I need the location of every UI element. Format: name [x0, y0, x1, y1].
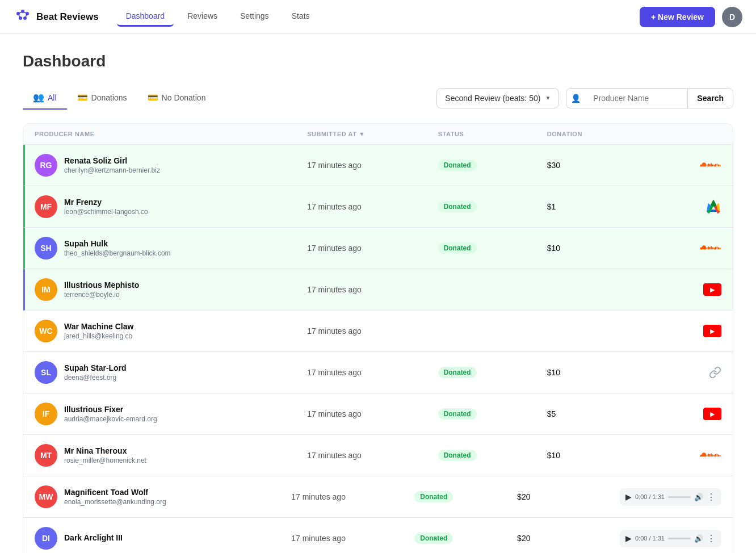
- table-row[interactable]: WC War Machine Claw jared_hills@keeling.…: [23, 311, 733, 352]
- table-row[interactable]: MT Mr Nina Theroux rosie_miller@homenick…: [23, 435, 733, 476]
- app-logo-icon: [14, 8, 32, 26]
- svg-rect-12: [711, 164, 712, 167]
- icon-cell: ▶ 0:00 / 1:31 🔊 ⋮: [620, 530, 721, 547]
- status-badge: Donated: [438, 408, 477, 420]
- submitted-time: 17 minutes ago: [307, 451, 438, 460]
- search-people-icon: 👤: [566, 89, 585, 108]
- play-button[interactable]: ▶: [625, 534, 632, 543]
- progress-bar[interactable]: [668, 538, 691, 539]
- nav-stats[interactable]: Stats: [283, 7, 319, 27]
- th-producer-name: PRODUCER NAME: [35, 131, 307, 137]
- search-button[interactable]: Search: [687, 89, 733, 108]
- table-body: RG Renata Soliz Girl cherilyn@kertzmann-…: [23, 145, 733, 553]
- svg-rect-32: [711, 454, 712, 457]
- status-cell: Donated: [414, 533, 517, 544]
- producer-email: terrence@boyle.io: [64, 291, 139, 299]
- status-badge: Donated: [438, 160, 477, 171]
- producer-name: Mr Nina Theroux: [64, 446, 146, 455]
- producer-cell: SL Supah Star-Lord deena@feest.org: [35, 361, 307, 384]
- table-row[interactable]: SH Supah Hulk theo_shields@bergnaum-blic…: [23, 228, 733, 269]
- producer-avatar: MF: [35, 195, 57, 218]
- producer-name-search[interactable]: [585, 89, 687, 108]
- svg-rect-18: [720, 165, 721, 166]
- navbar: Beat Reviews Dashboard Reviews Settings …: [0, 0, 756, 34]
- soundcloud-icon: [656, 243, 721, 253]
- svg-rect-17: [718, 164, 719, 166]
- logo-wrap: Beat Reviews: [14, 8, 99, 26]
- status-badge: Donated: [414, 533, 453, 544]
- volume-icon[interactable]: 🔊: [694, 493, 703, 501]
- producer-cell: MW Magnificent Toad Wolf enola_morissett…: [35, 485, 291, 508]
- producer-cell: IM Illustrious Mephisto terrence@boyle.i…: [35, 278, 307, 301]
- svg-rect-38: [720, 455, 721, 456]
- gdrive-icon: [656, 199, 721, 215]
- time-display: 0:00 / 1:31: [635, 493, 665, 500]
- nav-dashboard[interactable]: Dashboard: [117, 7, 174, 27]
- yt-logo: [703, 283, 721, 296]
- nav-settings[interactable]: Settings: [231, 7, 278, 27]
- th-donation: DONATION: [547, 131, 656, 137]
- filter-tab-no-donation[interactable]: 💳 No Donation: [137, 86, 216, 110]
- nav-reviews[interactable]: Reviews: [178, 7, 226, 27]
- user-avatar[interactable]: D: [722, 7, 742, 27]
- new-review-button[interactable]: + New Review: [640, 7, 715, 27]
- producer-info: Illustrious Mephisto terrence@boyle.io: [64, 280, 139, 299]
- link-icon: [656, 366, 721, 379]
- donation-amount: $10: [547, 368, 656, 377]
- donation-amount: $20: [517, 534, 620, 543]
- status-badge: Donated: [438, 242, 477, 254]
- table-row[interactable]: SL Supah Star-Lord deena@feest.org 17 mi…: [23, 352, 733, 393]
- more-options-icon[interactable]: ⋮: [707, 492, 716, 502]
- producer-info: Supah Star-Lord deena@feest.org: [64, 363, 127, 382]
- table-row[interactable]: IM Illustrious Mephisto terrence@boyle.i…: [23, 269, 733, 311]
- more-options-icon[interactable]: ⋮: [707, 533, 716, 544]
- producer-info: War Machine Claw jared_hills@keeling.co: [64, 322, 133, 340]
- producer-avatar: SH: [35, 237, 57, 259]
- status-badge: Donated: [438, 367, 477, 378]
- progress-bar[interactable]: [668, 496, 691, 498]
- svg-rect-24: [713, 248, 715, 249]
- svg-rect-27: [718, 247, 719, 249]
- producer-email: cherilyn@kertzmann-bernier.biz: [64, 166, 160, 174]
- table-row[interactable]: IF Illustrious Fixer audria@macejkovic-e…: [23, 393, 733, 435]
- producer-cell: SH Supah Hulk theo_shields@bergnaum-blic…: [35, 237, 307, 259]
- review-dropdown[interactable]: Second Review (beats: 50) ▼: [436, 88, 559, 108]
- producer-email: rosie_miller@homenick.net: [64, 456, 146, 464]
- producer-info: Renata Soliz Girl cherilyn@kertzmann-ber…: [64, 156, 160, 174]
- filter-tab-all[interactable]: 👥 All: [23, 86, 67, 110]
- submitted-time: 17 minutes ago: [307, 161, 438, 170]
- table-row[interactable]: DI Dark Arclight III 17 minutes ago Dona…: [23, 518, 733, 553]
- producer-avatar: IF: [35, 403, 57, 425]
- people-icon: 👥: [33, 92, 44, 103]
- table-row[interactable]: RG Renata Soliz Girl cherilyn@kertzmann-…: [23, 145, 733, 186]
- producer-info: Illustrious Fixer audria@macejkovic-emar…: [64, 405, 157, 423]
- app-title: Beat Reviews: [36, 11, 99, 23]
- svg-rect-21: [709, 247, 711, 249]
- table-row[interactable]: MF Mr Frenzy leon@schimmel-langosh.co 17…: [23, 186, 733, 228]
- producer-info: Mr Nina Theroux rosie_miller@homenick.ne…: [64, 446, 146, 464]
- status-cell: Donated: [438, 160, 547, 171]
- audio-player[interactable]: ▶ 0:00 / 1:31 🔊 ⋮: [620, 488, 721, 506]
- filter-right: Second Review (beats: 50) ▼ 👤 Search: [436, 88, 733, 108]
- svg-rect-22: [711, 246, 712, 250]
- svg-rect-20: [708, 246, 709, 249]
- filter-tab-donations[interactable]: 💳 Donations: [67, 86, 137, 110]
- status-cell: Donated: [438, 201, 547, 212]
- producer-avatar: IM: [35, 278, 57, 301]
- audio-player[interactable]: ▶ 0:00 / 1:31 🔊 ⋮: [620, 530, 721, 547]
- soundcloud-icon: [656, 450, 721, 460]
- play-button[interactable]: ▶: [625, 492, 632, 501]
- status-badge: Donated: [414, 491, 453, 502]
- svg-rect-33: [712, 454, 713, 456]
- th-submitted-at[interactable]: SUBMITTED AT ▼: [307, 131, 438, 137]
- volume-icon[interactable]: 🔊: [694, 534, 703, 543]
- svg-rect-13: [712, 164, 713, 166]
- table-row[interactable]: MW Magnificent Toad Wolf enola_morissett…: [23, 476, 733, 518]
- producer-cell: MF Mr Frenzy leon@schimmel-langosh.co: [35, 195, 307, 218]
- producer-cell: MT Mr Nina Theroux rosie_miller@homenick…: [35, 444, 307, 467]
- icon-cell: [656, 450, 721, 460]
- svg-rect-28: [720, 248, 721, 249]
- svg-rect-25: [715, 247, 716, 249]
- producer-email: leon@schimmel-langosh.co: [64, 208, 148, 216]
- producer-cell: RG Renata Soliz Girl cherilyn@kertzmann-…: [35, 154, 307, 177]
